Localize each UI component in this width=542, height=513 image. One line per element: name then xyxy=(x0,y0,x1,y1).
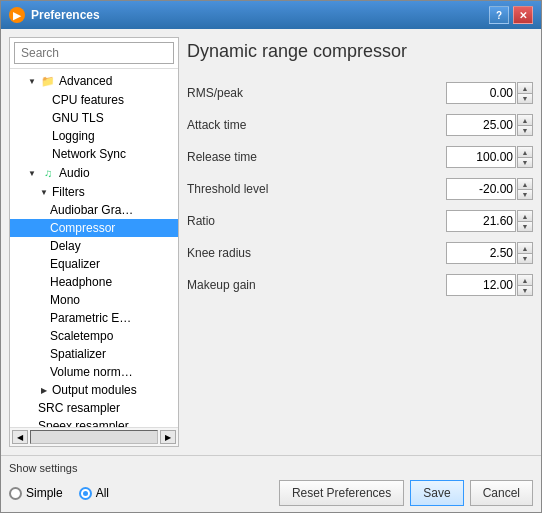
tree-item-filters[interactable]: ▼ Filters xyxy=(10,183,178,201)
radio-all[interactable]: All xyxy=(79,486,109,500)
spin-down-knee[interactable]: ▼ xyxy=(517,253,533,264)
scroll-left-button[interactable]: ◀ xyxy=(12,430,28,444)
tree-item-output[interactable]: ▶ Output modules xyxy=(10,381,178,399)
reset-preferences-button[interactable]: Reset Preferences xyxy=(279,480,404,506)
tree-item-scaletempo[interactable]: Scaletempo xyxy=(10,327,178,345)
spin-up-knee[interactable]: ▲ xyxy=(517,242,533,253)
scroll-track[interactable] xyxy=(30,430,158,444)
tree-label: Volume norm… xyxy=(50,365,133,379)
window-content: ▼ 📁 Advanced CPU features GNU TLS xyxy=(1,29,541,512)
param-row-threshold: Threshold level ▲ ▼ xyxy=(187,178,533,200)
preferences-window: ▶ Preferences ? ✕ ▼ 📁 Advanced xyxy=(0,0,542,513)
param-input-threshold[interactable] xyxy=(446,178,516,200)
spin-up-rms[interactable]: ▲ xyxy=(517,82,533,93)
param-input-attack[interactable] xyxy=(446,114,516,136)
save-button[interactable]: Save xyxy=(410,480,463,506)
param-row-attack: Attack time ▲ ▼ xyxy=(187,114,533,136)
scroll-right-button[interactable]: ▶ xyxy=(160,430,176,444)
audio-icon: ♫ xyxy=(40,165,56,181)
titlebar: ▶ Preferences ? ✕ xyxy=(1,1,541,29)
arrow-icon: ▼ xyxy=(38,186,50,198)
arrow-icon xyxy=(38,130,50,142)
close-button[interactable]: ✕ xyxy=(513,6,533,24)
arrow-icon xyxy=(38,94,50,106)
sidebar: ▼ 📁 Advanced CPU features GNU TLS xyxy=(9,37,179,447)
spin-down-makeup[interactable]: ▼ xyxy=(517,285,533,296)
tree-item-cpu[interactable]: CPU features xyxy=(10,91,178,109)
sidebar-scrollbar: ◀ ▶ xyxy=(10,427,178,446)
param-input-knee[interactable] xyxy=(446,242,516,264)
search-input[interactable] xyxy=(14,42,174,64)
search-box xyxy=(10,38,178,69)
param-input-rms[interactable] xyxy=(446,82,516,104)
param-input-release[interactable] xyxy=(446,146,516,168)
arrow-icon: ▼ xyxy=(26,75,38,87)
right-panel: Dynamic range compressor RMS/peak ▲ ▼ xyxy=(187,37,533,447)
radio-all-label: All xyxy=(96,486,109,500)
tree-item-spatializer[interactable]: Spatializer xyxy=(10,345,178,363)
tree-item-gnutls[interactable]: GNU TLS xyxy=(10,109,178,127)
tree-label: Advanced xyxy=(59,74,112,88)
spinner-ratio: ▲ ▼ xyxy=(517,210,533,232)
tree-item-advanced[interactable]: ▼ 📁 Advanced xyxy=(10,71,178,91)
main-area: ▼ 📁 Advanced CPU features GNU TLS xyxy=(1,29,541,455)
param-value-threshold: ▲ ▼ xyxy=(446,178,533,200)
help-button[interactable]: ? xyxy=(489,6,509,24)
tree-item-mono[interactable]: Mono xyxy=(10,291,178,309)
tree-item-speexresampler[interactable]: Speex resampler xyxy=(10,417,178,427)
tree-label: Mono xyxy=(50,293,80,307)
tree-item-audio[interactable]: ▼ ♫ Audio xyxy=(10,163,178,183)
tree-label: Output modules xyxy=(52,383,137,397)
param-row-makeup: Makeup gain ▲ ▼ xyxy=(187,274,533,296)
arrow-icon: ▼ xyxy=(26,167,38,179)
radio-dot-all xyxy=(83,491,88,496)
radio-group: Simple All xyxy=(9,486,279,500)
tree-label: Network Sync xyxy=(52,147,126,161)
app-icon: ▶ xyxy=(9,7,25,23)
tree-item-compressor[interactable]: Compressor xyxy=(10,219,178,237)
tree-item-srcresampler[interactable]: SRC resampler xyxy=(10,399,178,417)
param-value-attack: ▲ ▼ xyxy=(446,114,533,136)
param-label-ratio: Ratio xyxy=(187,214,347,228)
show-settings-label: Show settings xyxy=(9,462,533,474)
param-input-makeup[interactable] xyxy=(446,274,516,296)
tree-item-equalizer[interactable]: Equalizer xyxy=(10,255,178,273)
param-value-rms: ▲ ▼ xyxy=(446,82,533,104)
radio-simple[interactable]: Simple xyxy=(9,486,63,500)
param-row-rms: RMS/peak ▲ ▼ xyxy=(187,82,533,104)
tree-label: Speex resampler xyxy=(38,419,129,427)
tree-label: Audio xyxy=(59,166,90,180)
cancel-button[interactable]: Cancel xyxy=(470,480,533,506)
bottom-controls: Simple All Reset Preferences Save Cancel xyxy=(9,480,533,506)
params-area: RMS/peak ▲ ▼ Attack time xyxy=(187,74,533,447)
tree-item-delay[interactable]: Delay xyxy=(10,237,178,255)
tree-label: Compressor xyxy=(50,221,115,235)
spin-down-rms[interactable]: ▼ xyxy=(517,93,533,104)
tree-label: Headphone xyxy=(50,275,112,289)
tree-item-volumenorm[interactable]: Volume norm… xyxy=(10,363,178,381)
tree-item-parametric[interactable]: Parametric E… xyxy=(10,309,178,327)
spin-up-threshold[interactable]: ▲ xyxy=(517,178,533,189)
panel-title: Dynamic range compressor xyxy=(187,37,533,74)
param-value-release: ▲ ▼ xyxy=(446,146,533,168)
spin-down-attack[interactable]: ▼ xyxy=(517,125,533,136)
spin-up-makeup[interactable]: ▲ xyxy=(517,274,533,285)
tree-item-headphone[interactable]: Headphone xyxy=(10,273,178,291)
tree-item-logging[interactable]: Logging xyxy=(10,127,178,145)
param-value-ratio: ▲ ▼ xyxy=(446,210,533,232)
spin-up-ratio[interactable]: ▲ xyxy=(517,210,533,221)
param-input-ratio[interactable] xyxy=(446,210,516,232)
spin-down-threshold[interactable]: ▼ xyxy=(517,189,533,200)
spin-down-release[interactable]: ▼ xyxy=(517,157,533,168)
action-buttons: Reset Preferences Save Cancel xyxy=(279,480,533,506)
tree-item-audiobar[interactable]: Audiobar Gra… xyxy=(10,201,178,219)
spin-up-release[interactable]: ▲ xyxy=(517,146,533,157)
param-label-knee: Knee radius xyxy=(187,246,347,260)
spin-up-attack[interactable]: ▲ xyxy=(517,114,533,125)
radio-circle-all xyxy=(79,487,92,500)
spinner-makeup: ▲ ▼ xyxy=(517,274,533,296)
spin-down-ratio[interactable]: ▼ xyxy=(517,221,533,232)
tree-item-networksync[interactable]: Network Sync xyxy=(10,145,178,163)
param-label-rms: RMS/peak xyxy=(187,86,347,100)
arrow-icon xyxy=(38,148,50,160)
